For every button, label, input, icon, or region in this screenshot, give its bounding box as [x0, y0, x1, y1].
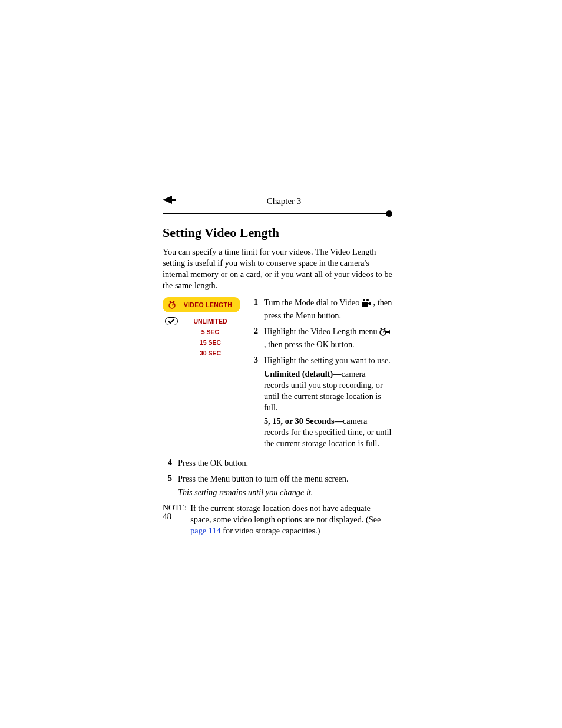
svg-point-11 — [381, 328, 382, 330]
step-item: 2 Highlight the Video Length menu , then… — [249, 326, 392, 353]
steps-lower: 4 Press the OK button. 5 Press the Menu … — [163, 457, 392, 500]
step-item: 1 Turn the Mode dial to Video , then pre… — [249, 297, 392, 324]
video-length-icon — [379, 328, 390, 339]
step-number: 1 — [249, 297, 258, 324]
figure-item: 15 SEC — [163, 337, 240, 348]
svg-marker-0 — [163, 196, 176, 204]
chapter-header-row: Chapter 3 — [163, 196, 392, 206]
step-number: 3 — [249, 355, 258, 452]
step-body: Press the Menu button to turn off the me… — [178, 473, 392, 500]
step-text: Press the OK button. — [178, 457, 392, 469]
svg-line-10 — [383, 331, 385, 332]
step-body: Highlight the Video Length menu , then p… — [264, 326, 392, 353]
step-body: Turn the Mode dial to Video , then press… — [264, 297, 392, 324]
step-text: Turn the Mode dial to Video — [264, 298, 362, 307]
option-label: 5, 15, or 30 Seconds— — [264, 416, 343, 426]
step-number: 5 — [163, 473, 172, 500]
figure-item: 5 SEC — [163, 327, 240, 337]
svg-point-5 — [363, 299, 365, 301]
menu-figure: VIDEO LENGTH UNLIMITED — [163, 297, 240, 454]
figure-header-text: VIDEO LENGTH — [181, 301, 235, 308]
step-item: 5 Press the Menu button to turn off the … — [163, 473, 392, 500]
svg-rect-7 — [362, 302, 368, 307]
page-number: 48 — [163, 512, 171, 522]
note-block: NOTE: If the current storage location do… — [163, 503, 392, 536]
option-label: Unlimited (default)— — [264, 369, 341, 378]
video-length-menu-icon — [168, 301, 176, 309]
section-heading: Setting Video Length — [163, 225, 392, 241]
svg-rect-13 — [386, 331, 389, 333]
page-link[interactable]: page 114 — [190, 526, 220, 535]
svg-point-3 — [170, 301, 171, 302]
two-column-area: VIDEO LENGTH UNLIMITED — [163, 297, 392, 454]
note-text: for video storage capacities.) — [221, 526, 320, 535]
step-number: 2 — [249, 326, 258, 353]
note-text: If the current storage location does not… — [190, 503, 381, 524]
step-number: 4 — [163, 457, 172, 471]
steps-right: 1 Turn the Mode dial to Video , then pre… — [249, 297, 392, 454]
video-mode-icon — [362, 299, 371, 310]
step-text: Highlight the setting you want to use. — [264, 355, 392, 366]
svg-point-6 — [366, 299, 369, 301]
check-pill-icon — [165, 317, 178, 325]
step-text: , then press the OK button. — [264, 340, 355, 349]
note-body: If the current storage location does not… — [190, 503, 392, 536]
figure-item-label: UNLIMITED — [180, 318, 240, 325]
intro-paragraph: You can specify a time limit for your vi… — [163, 246, 392, 291]
step-item: 4 Press the OK button. — [163, 457, 392, 471]
content-column: Chapter 3 Setting Video Length You can s… — [163, 196, 392, 536]
step-body: Highlight the setting you want to use. U… — [264, 355, 392, 452]
step-text: Highlight the Video Length menu — [264, 327, 379, 336]
step-item: 3 Highlight the setting you want to use.… — [249, 355, 392, 452]
figure-header: VIDEO LENGTH — [163, 297, 240, 312]
back-arrow-icon — [163, 196, 176, 206]
step-text: Press the Menu button to turn off the me… — [178, 473, 392, 485]
svg-point-4 — [173, 301, 174, 302]
figure-item-label: 30 SEC — [180, 350, 240, 357]
figure-checkmark-col — [163, 317, 180, 325]
figure-item: 30 SEC — [163, 348, 240, 358]
figure-item: UNLIMITED — [163, 316, 240, 327]
figure-item-label: 15 SEC — [180, 339, 240, 346]
page: Chapter 3 Setting Video Length You can s… — [0, 0, 562, 728]
figure-body: UNLIMITED 5 SEC 15 SEC 30 SEC — [163, 312, 240, 364]
step-note: This setting remains until you change it… — [178, 487, 392, 498]
rule-dot-icon — [386, 210, 392, 217]
svg-point-12 — [384, 328, 386, 330]
chapter-label: Chapter 3 — [176, 196, 392, 206]
header-rule — [163, 213, 392, 220]
figure-item-label: 5 SEC — [180, 328, 240, 335]
svg-line-2 — [172, 304, 174, 305]
step-body: Press the OK button. — [178, 457, 392, 471]
svg-marker-14 — [389, 330, 390, 334]
